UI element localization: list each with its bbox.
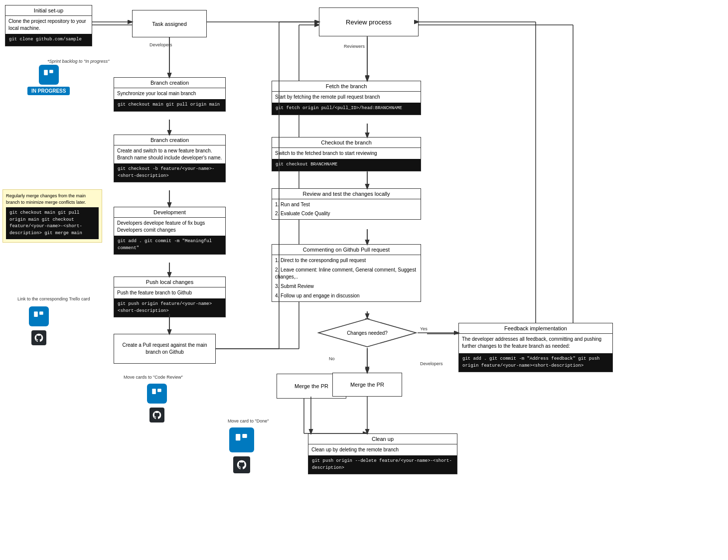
push-local-code: git push origin feature/<your-name><shor… bbox=[114, 298, 225, 317]
svg-text:Changes needed?: Changes needed? bbox=[347, 330, 388, 336]
svg-rect-25 bbox=[152, 389, 156, 394]
move-done-label: Move card to "Done" bbox=[228, 419, 269, 423]
fetch-branch-box: Fetch the branch Start by fetching the r… bbox=[272, 81, 421, 115]
branch-creation-1-title: Branch creation bbox=[114, 78, 225, 88]
clean-up-content: Clean up by deleting the remote branch bbox=[308, 444, 457, 455]
branch-creation-1-code: git checkout main git pull origin main bbox=[114, 99, 225, 111]
create-pr-content: Create a Pull request against the main b… bbox=[114, 340, 215, 358]
initial-setup-content: Clone the project repository to your loc… bbox=[5, 16, 92, 34]
comment-pr-item-3: 3. Submit Review bbox=[275, 283, 418, 290]
move-code-review-label: Move cards to "Code Review" bbox=[124, 375, 183, 380]
review-test-item-1: 1. Run and Test bbox=[275, 201, 418, 208]
merge-pr-right-box: Merge the PR bbox=[332, 373, 402, 397]
svg-rect-24 bbox=[39, 311, 43, 315]
reviewers-label: Reviewers bbox=[344, 44, 365, 49]
branch-creation-2-code: git checkout -b feature/<your-name>-<sho… bbox=[114, 163, 225, 182]
no-label: No bbox=[329, 356, 335, 361]
trello-icon-1 bbox=[39, 65, 59, 85]
push-local-title: Push local changes bbox=[114, 277, 225, 287]
clean-up-title: Clean up bbox=[308, 434, 457, 444]
feedback-content: The developer addresses all feedback, co… bbox=[459, 334, 612, 352]
trello-github-group-2 bbox=[147, 384, 167, 422]
developers-label: Developers bbox=[149, 42, 172, 47]
comment-pr-item-1: 1. Direct to the coresponding pull reque… bbox=[275, 257, 418, 264]
trello-github-group-3 bbox=[229, 427, 254, 473]
github-icon-1 bbox=[31, 330, 46, 345]
development-box: Development Developers develope feature … bbox=[114, 207, 226, 255]
development-content: Developers develope feature of fix bugs … bbox=[114, 218, 225, 236]
branch-creation-2-title: Branch creation bbox=[114, 135, 225, 145]
task-assigned-box: Task assigned bbox=[132, 10, 207, 37]
feedback-box: Feedback implementation The developer ad… bbox=[458, 323, 613, 372]
sticky-note-code: git checkout main git pull origin main g… bbox=[6, 207, 99, 239]
checkout-branch-box: Checkout the branch Switch to the fetche… bbox=[272, 137, 421, 171]
svg-rect-21 bbox=[44, 70, 48, 75]
merge-pr-right-title: Merge the PR bbox=[350, 382, 384, 388]
checkout-branch-content: Switch to the fetched branch to start re… bbox=[272, 148, 421, 159]
comment-pr-item-2: 2. Leave comment: Inline comment, Genera… bbox=[275, 267, 418, 280]
in-progress-badge: IN PROGRESS bbox=[27, 87, 70, 95]
initial-setup-title: Initial set-up bbox=[5, 5, 92, 16]
review-process-box: Review process bbox=[319, 7, 419, 36]
review-test-box: Review and test the changes locally 1. R… bbox=[272, 188, 421, 220]
changes-needed-diamond: Changes needed? bbox=[317, 318, 417, 348]
review-test-items: 1. Run and Test 2. Evaluate Code Quality bbox=[272, 199, 421, 219]
svg-rect-28 bbox=[242, 434, 247, 438]
branch-creation-2-box: Branch creation Create and switch to a n… bbox=[114, 135, 226, 182]
review-test-title: Review and test the changes locally bbox=[272, 189, 421, 199]
diagram-container: Initial set-up Clone the project reposit… bbox=[0, 0, 728, 560]
development-title: Development bbox=[114, 207, 225, 218]
yes-label: Yes bbox=[420, 326, 428, 331]
review-process-title: Review process bbox=[343, 16, 395, 28]
trello-inprogress-group: IN PROGRESS bbox=[27, 65, 70, 95]
svg-rect-23 bbox=[34, 311, 38, 317]
comment-pr-items: 1. Direct to the coresponding pull reque… bbox=[272, 255, 421, 301]
branch-creation-2-content: Create and switch to a new feature branc… bbox=[114, 145, 225, 163]
branch-creation-1-content: Synchronize your local main branch bbox=[114, 88, 225, 99]
comment-pr-box: Commenting on Github Pull request 1. Dir… bbox=[272, 244, 421, 302]
svg-rect-22 bbox=[49, 70, 53, 73]
feedback-title: Feedback implementation bbox=[459, 323, 612, 334]
push-local-box: Push local changes Push the feature bran… bbox=[114, 277, 226, 317]
clean-up-box: Clean up Clean up by deleting the remote… bbox=[308, 433, 457, 474]
trello-icon-4 bbox=[229, 427, 254, 452]
feedback-code: git add . git commit -m "Address feedbac… bbox=[459, 353, 612, 372]
review-test-item-2: 2. Evaluate Code Quality bbox=[275, 210, 418, 217]
fetch-branch-code: git fetch origin pull/<pull_ID>/head:BRA… bbox=[272, 103, 421, 115]
svg-rect-26 bbox=[157, 389, 161, 392]
checkout-branch-title: Checkout the branch bbox=[272, 138, 421, 148]
svg-rect-27 bbox=[236, 434, 240, 440]
merge-pr-title: Merge the PR bbox=[291, 381, 331, 391]
sticky-note-content: Regularly merge changes from the main br… bbox=[6, 193, 99, 205]
comment-pr-item-4: 4. Follow up and engage in discussion bbox=[275, 292, 418, 299]
trello-icon-2 bbox=[29, 306, 49, 326]
checkout-branch-code: git checkout BRANCHNAME bbox=[272, 159, 421, 171]
link-trello-label: Link to the corresponding Trello card bbox=[17, 296, 90, 301]
developers-feedback-label: Developers bbox=[420, 361, 443, 366]
clean-up-code: git push origin --delete feature/<your-n… bbox=[308, 455, 457, 474]
branch-creation-1-box: Branch creation Synchronize your local m… bbox=[114, 77, 226, 112]
sprint-backlog-label: *Sprint backlog to "In progress" bbox=[47, 59, 109, 64]
create-pr-box: Create a Pull request against the main b… bbox=[114, 334, 216, 364]
trello-github-group-1 bbox=[29, 306, 49, 345]
initial-setup-code: git clone github.com/sample bbox=[5, 34, 92, 46]
github-icon-2 bbox=[149, 408, 164, 422]
sticky-note: Regularly merge changes from the main br… bbox=[2, 189, 102, 243]
initial-setup-box: Initial set-up Clone the project reposit… bbox=[5, 5, 92, 46]
development-code: git add . git commit -m "Meaningful comm… bbox=[114, 236, 225, 254]
fetch-branch-title: Fetch the branch bbox=[272, 81, 421, 92]
trello-icon-3 bbox=[147, 384, 167, 404]
fetch-branch-content: Start by fetching the remote pull reques… bbox=[272, 92, 421, 103]
task-assigned-title: Task assigned bbox=[149, 19, 190, 29]
github-icon-3 bbox=[233, 456, 250, 473]
comment-pr-title: Commenting on Github Pull request bbox=[272, 245, 421, 255]
push-local-content: Push the feature branch to Github bbox=[114, 287, 225, 298]
